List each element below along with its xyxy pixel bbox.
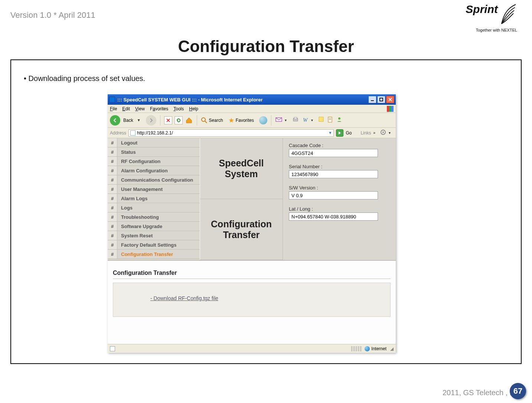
content-frame: • Downloading process of set values. :::…: [10, 59, 522, 364]
snagit-icon[interactable]: [380, 129, 386, 136]
menu-help[interactable]: Help: [189, 106, 198, 111]
maximize-button[interactable]: [377, 96, 385, 103]
serial-number-field[interactable]: [289, 170, 378, 178]
close-button[interactable]: [386, 96, 394, 103]
stop-button[interactable]: [164, 116, 172, 124]
back-label: Back: [123, 118, 133, 123]
page-number-badge: 67: [510, 383, 526, 399]
sidebar-item-label: RF Configuration: [117, 159, 200, 164]
links-label[interactable]: Links: [360, 130, 371, 136]
sidebar-item-communications-configuration[interactable]: #Communications Configuration: [108, 175, 200, 185]
sidebar-item-troubleshooting[interactable]: #Troubleshooting: [108, 212, 200, 222]
minimize-button[interactable]: [368, 96, 376, 103]
hash-icon: #: [108, 240, 117, 249]
sidebar-item-label: System Reset: [117, 233, 200, 238]
favorites-button[interactable]: ★ Favorites: [228, 116, 254, 124]
sidebar-item-alarm-logs[interactable]: #Alarm Logs: [108, 194, 200, 203]
page-title: Configuration Transfer: [10, 37, 522, 56]
links-chevron-icon[interactable]: »: [373, 131, 375, 135]
discuss-icon[interactable]: [318, 116, 325, 124]
sw-version-label: S/W Version :: [289, 185, 390, 191]
sidebar-item-logout[interactable]: #Logout: [108, 138, 200, 147]
print-icon[interactable]: [292, 116, 299, 124]
home-button[interactable]: [185, 116, 193, 124]
forward-button[interactable]: [146, 115, 156, 126]
hash-icon: #: [108, 166, 117, 175]
section-title: Configuration Transfer: [113, 270, 391, 279]
page-icon: [130, 130, 136, 136]
menubar: File Edit View Favorites Tools Help: [108, 105, 396, 113]
hash-icon: #: [108, 212, 117, 221]
menu-edit[interactable]: Edit: [122, 106, 130, 111]
sidebar-item-label: Status: [117, 149, 200, 155]
bullet-text: • Downloading process of set values.: [24, 74, 515, 83]
menu-view[interactable]: View: [135, 106, 145, 111]
sidebar-item-label: Logout: [117, 140, 200, 146]
web-content: #Logout#Status#RF Configuration#Alarm Co…: [108, 138, 396, 344]
brand-logo: Sprint Together with NEXTEL: [466, 3, 517, 32]
windows-flag-icon: [387, 106, 394, 112]
refresh-button[interactable]: [174, 116, 183, 124]
logo-fan-icon: [500, 3, 517, 28]
sidebar-item-label: User Management: [117, 186, 200, 192]
hash-icon: #: [108, 194, 117, 203]
messenger-icon[interactable]: [336, 116, 343, 124]
snagit-dropdown-icon[interactable]: ▾: [389, 131, 391, 135]
sidebar-item-alarm-configuration[interactable]: #Alarm Configuration: [108, 166, 200, 175]
resize-grip-icon: ◢: [390, 346, 394, 351]
sidebar-item-label: Configuration Transfer: [117, 251, 200, 257]
sidebar-item-user-management[interactable]: #User Management: [108, 185, 200, 194]
internet-zone-icon: [365, 346, 370, 351]
sidebar-item-label: Logs: [117, 205, 200, 211]
svg-rect-10: [294, 117, 297, 119]
serial-number-label: Serial Number :: [289, 164, 390, 169]
brand-tagline: Together with NEXTEL: [466, 28, 517, 32]
window-title: ::: SpeedCell SYSTEM WEB GUI ::: - Micro…: [117, 97, 368, 103]
address-value: http://192.168.2.1/: [137, 130, 327, 136]
hash-icon: #: [108, 147, 117, 156]
menu-file[interactable]: File: [110, 106, 117, 111]
sidebar-item-software-upgrade[interactable]: #Software Upgrade: [108, 222, 200, 231]
research-icon[interactable]: [327, 116, 334, 124]
brand-name: Sprint: [466, 3, 498, 16]
menu-tools[interactable]: Tools: [173, 106, 184, 111]
hash-icon: #: [108, 138, 117, 147]
go-button[interactable]: [336, 129, 343, 137]
svg-point-6: [202, 118, 205, 121]
hash-icon: #: [108, 231, 117, 240]
go-label: Go: [346, 130, 352, 136]
address-label: Address: [110, 130, 126, 136]
hash-icon: #: [108, 185, 117, 194]
cascade-code-field[interactable]: [289, 149, 378, 157]
sidebar-item-rf-configuration[interactable]: #RF Configuration: [108, 157, 200, 166]
page-banner: ConfigurationTransfer: [200, 199, 283, 260]
sidebar-item-system-reset[interactable]: #System Reset: [108, 231, 200, 240]
sw-version-field[interactable]: [289, 191, 378, 199]
address-dropdown-icon[interactable]: ▼: [329, 131, 332, 135]
menu-favorites[interactable]: Favorites: [150, 106, 168, 111]
history-icon[interactable]: [259, 116, 267, 124]
sidebar-item-factory-default-settings[interactable]: #Factory Default Settings: [108, 240, 200, 250]
edit-dropdown-icon[interactable]: ▾: [311, 118, 313, 122]
mail-dropdown-icon[interactable]: ▾: [285, 118, 287, 122]
sidebar-item-logs[interactable]: #Logs: [108, 203, 200, 212]
search-button[interactable]: Search: [201, 117, 223, 124]
star-icon: ★: [228, 116, 234, 124]
toolbar: Back ▼ Search ★ Favorites: [108, 113, 396, 128]
latlong-label: Lat / Long :: [289, 206, 390, 212]
svg-point-15: [338, 117, 340, 120]
ie-window: ::: SpeedCell SYSTEM WEB GUI ::: - Micro…: [108, 94, 396, 353]
latlong-field[interactable]: [289, 212, 378, 221]
mail-icon[interactable]: [275, 116, 283, 124]
edit-icon[interactable]: W: [303, 117, 308, 123]
address-input[interactable]: http://192.168.2.1/ ▼: [128, 129, 334, 137]
svg-point-17: [382, 131, 384, 133]
svg-rect-1: [380, 98, 383, 101]
window-titlebar: ::: SpeedCell SYSTEM WEB GUI ::: - Micro…: [108, 94, 396, 105]
hash-icon: #: [108, 157, 117, 166]
download-config-link[interactable]: - Download RF-Config.tgz file: [150, 295, 218, 301]
sidebar-item-status[interactable]: #Status: [108, 147, 200, 157]
sidebar-item-configuration-transfer[interactable]: #Configuration Transfer: [108, 250, 200, 259]
back-button[interactable]: [110, 115, 120, 126]
back-dropdown-icon[interactable]: ▼: [137, 118, 141, 122]
